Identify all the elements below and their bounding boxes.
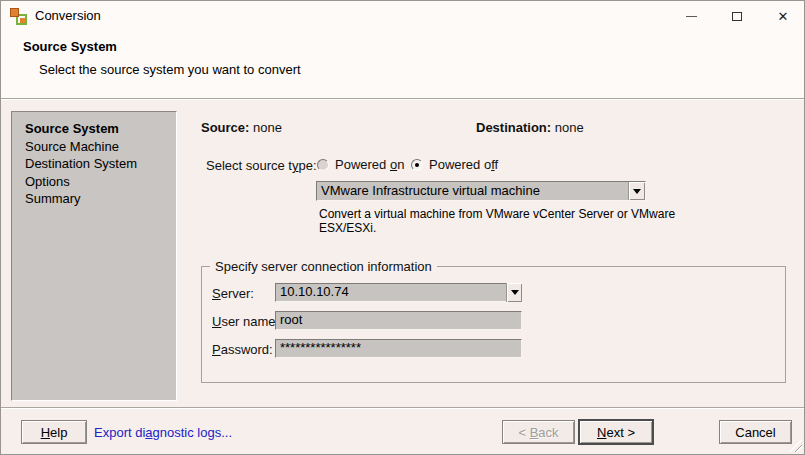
- minimize-icon: [686, 16, 697, 17]
- minimize-button[interactable]: [668, 1, 714, 31]
- server-combo-button[interactable]: [506, 283, 522, 302]
- source-status-value: none: [253, 120, 282, 135]
- app-icon: [10, 8, 27, 25]
- radio-powered-off-circle-icon: [411, 159, 423, 171]
- radio-powered-off[interactable]: Powered off: [411, 157, 498, 172]
- cancel-button[interactable]: Cancel: [719, 420, 792, 444]
- password-masked-value: ****************: [280, 340, 517, 357]
- page-subtitle: Select the source system you want to con…: [39, 62, 301, 77]
- next-button[interactable]: Next >: [578, 419, 654, 445]
- sidebar-item-source-machine[interactable]: Source Machine: [25, 138, 176, 156]
- groupbox-legend: Specify server connection information: [210, 259, 437, 274]
- source-type-dropdown-button[interactable]: [628, 182, 645, 200]
- wizard-steps-sidebar: Source System Source Machine Destination…: [11, 111, 177, 401]
- server-label: Server:: [212, 286, 254, 301]
- server-combo[interactable]: 10.10.10.74: [275, 283, 522, 302]
- wizard-header: Source System Select the source system y…: [1, 31, 804, 99]
- password-field[interactable]: ****************: [275, 339, 522, 358]
- maximize-icon: [732, 12, 742, 21]
- footer-separator: [1, 407, 804, 409]
- sidebar-item-summary[interactable]: Summary: [25, 190, 176, 208]
- close-icon: ✕: [778, 10, 789, 23]
- username-label: User name:: [212, 314, 279, 329]
- back-button[interactable]: < Back: [502, 420, 575, 444]
- server-connection-groupbox: Specify server connection information Se…: [201, 266, 786, 383]
- username-value: root: [280, 312, 517, 329]
- radio-powered-off-label: Powered off: [429, 157, 498, 172]
- close-button[interactable]: ✕: [760, 1, 805, 31]
- radio-powered-on-circle-icon: [317, 159, 329, 171]
- title-bar: Conversion ✕: [1, 1, 804, 31]
- source-type-dropdown[interactable]: VMware Infrastructure virtual machine: [316, 181, 646, 201]
- radio-powered-on[interactable]: Powered on: [317, 157, 404, 172]
- chevron-down-icon: [633, 189, 641, 198]
- export-diagnostic-logs-link[interactable]: Export diagnostic logs...: [94, 425, 232, 440]
- destination-status-label: Destination:: [476, 120, 551, 135]
- chevron-down-icon: [511, 290, 519, 299]
- conversion-wizard-window: Conversion ✕ Source System Select the so…: [0, 0, 805, 455]
- radio-powered-on-label: Powered on: [335, 157, 404, 172]
- sidebar-item-destination-system[interactable]: Destination System: [25, 155, 176, 173]
- help-button[interactable]: Help: [21, 420, 87, 444]
- destination-status-value: none: [555, 120, 584, 135]
- window-title: Conversion: [35, 1, 101, 31]
- password-label: Password:: [212, 342, 273, 357]
- destination-status: Destination: none: [476, 120, 584, 135]
- source-type-description: Convert a virtual machine from VMware vC…: [319, 207, 687, 235]
- maximize-button[interactable]: [714, 1, 760, 31]
- server-combo-value: 10.10.10.74: [280, 284, 506, 301]
- sidebar-item-options[interactable]: Options: [25, 173, 176, 191]
- page-title: Source System: [23, 39, 117, 54]
- username-field[interactable]: root: [275, 311, 522, 330]
- source-status: Source: none: [201, 120, 282, 135]
- source-type-dropdown-value: VMware Infrastructure virtual machine: [317, 182, 628, 200]
- sidebar-item-source-system[interactable]: Source System: [25, 120, 176, 138]
- source-type-label: Select source type:: [206, 158, 317, 173]
- source-status-label: Source:: [201, 120, 249, 135]
